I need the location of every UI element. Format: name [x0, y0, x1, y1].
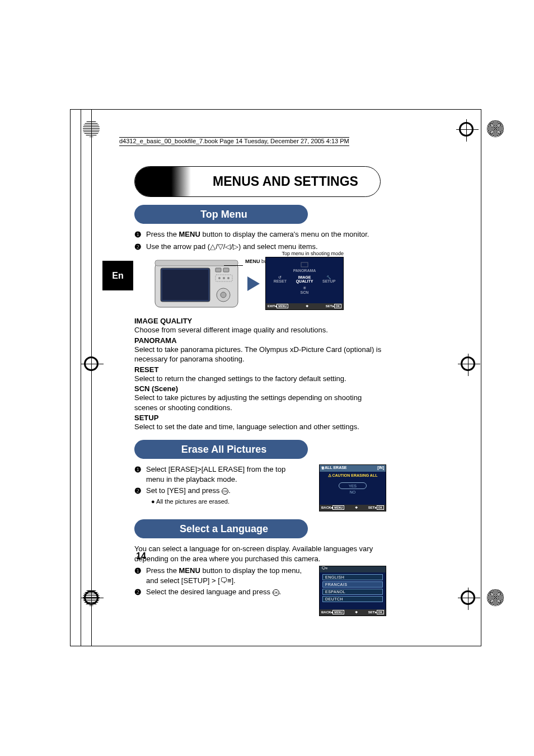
- language-intro: You can select a language for on-screen …: [134, 544, 386, 564]
- section-pill-erase: Erase All Pictures: [140, 440, 308, 459]
- svg-rect-6: [216, 268, 221, 272]
- step-text: Press the MENU button to display the top…: [146, 566, 303, 586]
- language-tab-label: En: [112, 271, 123, 281]
- menu-reset: ↺RESET: [274, 275, 287, 284]
- svg-point-10: [223, 277, 225, 279]
- step-number-2: ❷: [134, 242, 142, 253]
- svg-rect-12: [301, 262, 308, 267]
- language-setup-icon: 🗨≡: [220, 576, 232, 585]
- heading-setup: SETUP: [134, 414, 386, 422]
- no-option: NO: [320, 490, 386, 494]
- section-title: Top Menu: [200, 209, 247, 220]
- lang-english: ENGLISH: [322, 574, 383, 580]
- ok-icon: OK: [273, 589, 279, 596]
- svg-point-9: [218, 277, 221, 279]
- menu-panorama: PANORAMA: [293, 262, 316, 273]
- yes-option: YES: [339, 482, 367, 489]
- frame-divider: [81, 109, 81, 646]
- camera-illustration-row: MENU button Top menu in shooting mode: [152, 256, 386, 311]
- registration-mark: [487, 589, 504, 606]
- step-number-1: ❶: [134, 566, 142, 577]
- svg-rect-7: [223, 268, 229, 272]
- page-number: 14: [136, 551, 146, 561]
- body-scn: Select to take pictures by adjusting the…: [134, 393, 386, 412]
- lang-deutch: DEUTCH: [322, 596, 383, 602]
- heading-panorama: PANORAMA: [134, 336, 386, 345]
- section-title: Erase All Pictures: [181, 444, 266, 456]
- step-number-1: ❶: [134, 464, 142, 476]
- menu-image-quality: IMAGE QUALITY: [296, 275, 313, 284]
- menu-scn: ☀SCN: [301, 286, 309, 294]
- frame-divider: [91, 109, 92, 646]
- language-screen: 🗨≡ ENGLISH FRANCAIS ESPANOL DEUTCH BACK◂…: [319, 566, 386, 616]
- body-setup: Select to set the date and time, languag…: [134, 422, 386, 432]
- body-panorama: Select to take panorama pictures. The Ol…: [134, 345, 386, 364]
- erase-screen: 🗑ALL ERASE [IN] ⚠ CAUTION ERASING ALL YE…: [319, 464, 386, 511]
- step-text: Set to [YES] and press OK.: [146, 486, 231, 496]
- heading-reset: RESET: [134, 365, 386, 374]
- step-text: Select the desired language and press OK…: [146, 587, 281, 597]
- page-header: d4312_e_basic_00_bookfile_7.book Page 14…: [119, 137, 349, 146]
- caution-text: ⚠ CAUTION ERASING ALL: [320, 473, 386, 478]
- step-number-2: ❷: [134, 587, 142, 598]
- menu-setup: 🔧SETUP: [322, 275, 335, 284]
- bullet-text: ● All the pictures are erased.: [151, 498, 312, 505]
- top-menu-label: Top menu in shooting mode: [282, 251, 344, 256]
- body-image-quality: Choose from several different image qual…: [134, 325, 386, 335]
- ok-icon: OK: [222, 488, 228, 495]
- registration-mark: [487, 120, 504, 137]
- svg-point-11: [227, 277, 229, 279]
- camera-illustration: [152, 256, 242, 309]
- heading-scn: SCN (Scene): [134, 384, 386, 393]
- arrow-right-icon: [247, 276, 260, 291]
- section-pill-top-menu: Top Menu: [140, 205, 308, 224]
- header-text: d4312_e_basic_00_bookfile_7.book Page 14…: [119, 138, 349, 144]
- language-tab: En: [102, 261, 133, 290]
- body-reset: Select to return the changed settings to…: [134, 374, 386, 384]
- lang-francais: FRANCAIS: [322, 581, 383, 588]
- step-text: Select [ERASE]>[ALL ERASE] from the top …: [146, 464, 297, 485]
- page-title: MENUS AND SETTINGS: [191, 167, 380, 196]
- section-title: Select a Language: [180, 523, 268, 535]
- step-number-2: ❷: [134, 486, 142, 497]
- heading-image-quality: IMAGE QUALITY: [134, 317, 386, 325]
- step-text: Press the MENU button to display the cam…: [146, 229, 369, 240]
- step-number-1: ❶: [134, 229, 142, 241]
- step-text: Use the arrow pad (△/▽/◁/▷) and select m…: [146, 242, 318, 252]
- svg-rect-3: [162, 270, 208, 300]
- section-pill-language: Select a Language: [140, 519, 308, 538]
- page-title-box: MENUS AND SETTINGS: [134, 166, 381, 197]
- svg-point-5: [221, 292, 226, 298]
- camera-menu-screen: PANORAMA ↺RESET IMAGE QUALITY 🔧SETUP ☀SC…: [265, 257, 344, 310]
- lang-espanol: ESPANOL: [322, 589, 383, 595]
